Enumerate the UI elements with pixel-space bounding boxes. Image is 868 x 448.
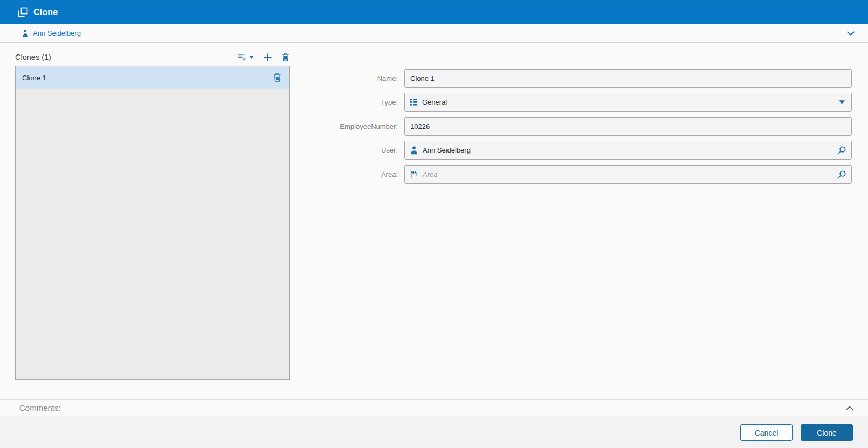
type-value: General (422, 98, 832, 106)
type-field[interactable]: General (404, 93, 852, 112)
area-search-button[interactable] (832, 166, 851, 183)
clone-item-label: Clone 1 (22, 74, 46, 82)
type-list-icon (410, 98, 418, 106)
person-icon (22, 29, 29, 37)
name-label: Name: (291, 74, 404, 82)
area-placeholder: Area (423, 170, 832, 178)
area-icon (410, 170, 418, 179)
employee-number-label: EmployeeNumber: (291, 122, 404, 130)
search-icon (837, 170, 846, 179)
type-dropdown-button[interactable] (832, 93, 851, 111)
add-clone-button[interactable] (263, 53, 272, 62)
source-record-bar: Ann Seidelberg (0, 24, 868, 43)
comments-section-bar[interactable]: Comments: (0, 399, 868, 416)
user-icon (410, 146, 418, 155)
employee-number-field (404, 117, 852, 136)
form-row-name: Name: (291, 69, 852, 88)
window-header: Clone (0, 0, 868, 24)
employee-number-input[interactable] (405, 118, 851, 135)
name-field (404, 69, 852, 88)
chevron-down-icon[interactable] (845, 28, 856, 39)
caret-down-icon (839, 100, 845, 104)
name-input[interactable] (405, 70, 851, 87)
user-label: User: (291, 146, 404, 154)
type-label: Type: (291, 98, 404, 106)
user-search-button[interactable] (832, 141, 851, 159)
clone-list-item[interactable]: Clone 1 (16, 66, 289, 89)
window-title: Clone (33, 8, 58, 17)
delete-clone-icon[interactable] (273, 73, 281, 82)
clones-toolbar (237, 52, 290, 62)
source-user-link[interactable]: Ann Seidelberg (33, 29, 81, 37)
form-row-employee-number: EmployeeNumber: (291, 117, 852, 136)
cancel-button[interactable]: Cancel (740, 424, 793, 441)
search-icon (837, 146, 846, 155)
clone-button[interactable]: Clone (801, 424, 853, 441)
dialog-footer: Cancel Clone (0, 416, 868, 448)
form-row-user: User: Ann Seidelberg (291, 141, 852, 160)
form-row-type: Type: General (291, 93, 852, 112)
chevron-up-icon[interactable] (844, 403, 855, 413)
form-row-area: Area: Area (291, 165, 852, 184)
clones-list: Clone 1 (15, 66, 290, 380)
area-field[interactable]: Area (404, 165, 852, 184)
delete-all-button[interactable] (281, 52, 290, 62)
user-value: Ann Seidelberg (423, 146, 832, 154)
clones-list-header: Clones (1) (15, 50, 290, 65)
caret-down-icon (249, 56, 254, 59)
comments-label: Comments: (19, 403, 61, 412)
area-label: Area: (291, 170, 404, 178)
clones-list-title: Clones (1) (15, 53, 51, 61)
user-field[interactable]: Ann Seidelberg (404, 141, 852, 160)
add-multiple-button[interactable] (237, 52, 254, 62)
clone-icon (18, 7, 28, 17)
